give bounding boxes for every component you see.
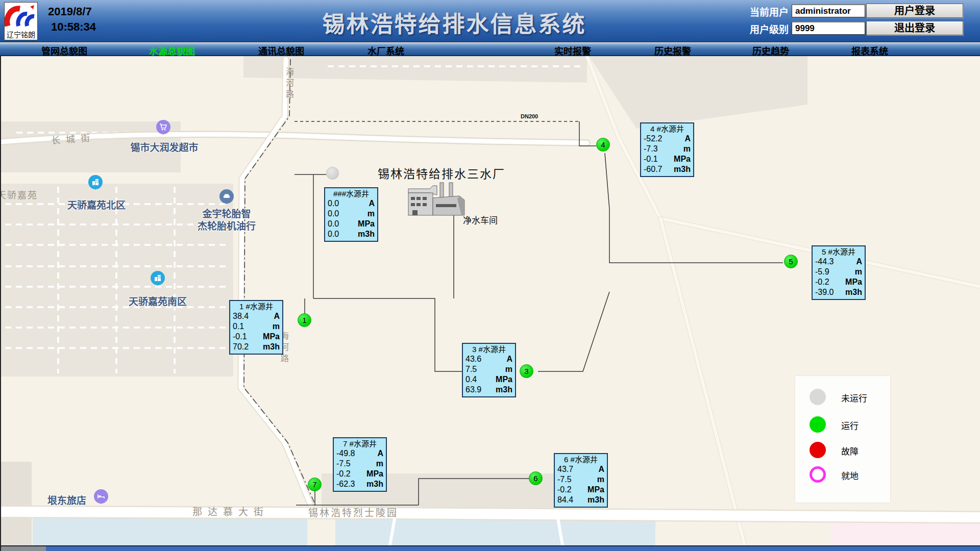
well-marker-4[interactable]: 4 (596, 138, 610, 152)
well-value: -0.2 (815, 277, 829, 287)
well-value: 0.0 (328, 229, 339, 239)
tab-history-trend[interactable]: 历史趋势 (752, 44, 789, 57)
login-button[interactable]: 用户登录 (866, 4, 963, 18)
well-unit: m (376, 459, 383, 469)
poi-label-tire-shop-line2: 杰轮胎机油行 (198, 218, 256, 232)
well-unit: A (684, 134, 691, 144)
well-unit: m3h (358, 229, 375, 239)
well-value: -7.3 (644, 144, 658, 154)
hotel-bed-icon (94, 489, 108, 504)
well-value: 63.9 (465, 385, 481, 395)
well-marker-num: 7 (312, 480, 316, 489)
well-unit: m3h (845, 287, 862, 297)
well-value: 43.6 (465, 354, 481, 364)
well-marker-7[interactable]: 7 (308, 478, 322, 491)
well-databox-4[interactable]: 4 #水源井 -52.2A -7.3m -0.1MPa -60.7m3h (640, 122, 694, 177)
well-marker-num: 1 (302, 316, 306, 324)
well-unit: m (505, 364, 512, 374)
street-label-haihe-north: 海河路 (283, 67, 295, 101)
well-databox-1[interactable]: 1 #水源井 38.4A 0.1m -0.1MPa 70.2m3h (229, 300, 283, 355)
well-unit: m3h (674, 164, 691, 174)
well-marker-3[interactable]: 3 (520, 364, 533, 378)
supermarket-cart-icon (156, 120, 170, 134)
bottom-bar (46, 546, 980, 551)
well-title: 4 #水源井 (644, 124, 691, 134)
well-unit: MPa (366, 469, 383, 479)
well-unit: m (273, 321, 280, 332)
well-marker-5[interactable]: 5 (784, 255, 798, 268)
well-value: 0.4 (465, 374, 477, 385)
logo-text: 辽宁铭朗 (5, 29, 37, 39)
well-marker-1[interactable]: 1 (298, 313, 311, 327)
well-value: 43.7 (557, 464, 573, 474)
legend-row-fault: 故障 (795, 442, 890, 459)
well-title: 6 #水源井 (557, 455, 604, 464)
legend-row-running: 运行 (795, 416, 890, 434)
well-value: -60.7 (644, 164, 662, 174)
well-value: -7.5 (557, 474, 572, 485)
header-bar: 辽宁铭朗 2019/8/7 10:58:34 锡林浩特给排水信息系统 当前用户 … (0, 0, 980, 42)
well-databox-3[interactable]: 3 #水源井 43.6A 7.5m 0.4MPa 63.9m3h (462, 343, 516, 397)
logout-button[interactable]: 退出登录 (866, 21, 963, 35)
tab-pipe-network-overview[interactable]: 管网总貌图 (41, 44, 87, 57)
well-value: -39.0 (815, 287, 834, 297)
poi-label-hotel: 垠东旅店 (47, 493, 86, 507)
well-databox-7[interactable]: 7 #水源井 -49.8A -7.5m -0.2MPa -62.3m3h (333, 437, 387, 492)
legend-row-not-running: 未运行 (795, 389, 890, 406)
well-unit: A (856, 257, 862, 267)
well-unit: m3h (263, 342, 280, 352)
well-value: -49.8 (336, 448, 355, 459)
user-level-input[interactable] (792, 21, 865, 35)
poi-label-tire-shop-line1: 金宇轮胎智 (202, 206, 251, 220)
well-marker-num: 5 (789, 257, 793, 266)
well-databox-5[interactable]: 5 #水源井 -44.3A -5.9m -0.2MPa -39.0m3h (812, 245, 866, 300)
well-unit: m (368, 209, 375, 219)
legend-not-running-icon (810, 389, 826, 405)
legend-row-local: 就地 (795, 466, 890, 484)
plant-name: 锡林浩特给排水三水厂 (378, 164, 505, 182)
tab-report-system[interactable]: 报表系统 (851, 44, 888, 57)
well-marker-6[interactable]: 6 (529, 471, 543, 485)
tab-realtime-alarm[interactable]: 实时报警 (554, 44, 591, 57)
poi-label-south-district: 天骄嘉苑南区 (129, 294, 187, 308)
poi-label-supermarket: 锡市大润发超市 (130, 140, 198, 154)
well-databox-6[interactable]: 6 #水源井 43.7A -7.5m -0.2MPa 84.4m3h (554, 453, 608, 508)
well-unit: A (506, 354, 512, 364)
tab-water-source-overview[interactable]: 水源总貌图 (149, 44, 195, 57)
logo-arcs-icon (5, 3, 37, 32)
well-unit: MPa (674, 154, 691, 164)
well-marker-plant[interactable] (326, 167, 339, 180)
workshop-label: 净水车间 (463, 213, 498, 226)
tab-communication-overview[interactable]: 通讯总貌图 (258, 44, 304, 57)
bottom-corner (1, 546, 46, 551)
user-level-label: 用户级别 (743, 22, 789, 36)
well-marker-num: 4 (601, 140, 605, 149)
well-value: 70.2 (233, 342, 249, 352)
tire-shop-car-icon (219, 189, 234, 204)
south-district-building-icon (151, 271, 165, 285)
well-value: -0.1 (644, 154, 658, 164)
well-unit: A (598, 464, 604, 474)
tab-history-alarm[interactable]: 历史报警 (654, 44, 691, 57)
well-title: ###水源井 (328, 189, 375, 198)
area-label-tianjiao: 天骄嘉苑 (0, 188, 38, 201)
tab-water-plant-system[interactable]: 水厂系统 (368, 44, 404, 57)
well-value: -7.5 (336, 459, 351, 469)
well-value: -0.2 (557, 485, 572, 495)
legend-label: 就地 (841, 469, 859, 482)
well-title: 7 #水源井 (336, 439, 383, 448)
well-title: 3 #水源井 (465, 344, 512, 354)
water-source-map: 长城街 海河路 海河路 那达慕大街 锡林浩特烈士陵园 天骄嘉苑 锡市大润发超市 … (0, 56, 980, 551)
current-user-input[interactable] (792, 4, 865, 17)
date-text: 2019/8/7 (48, 4, 96, 19)
time-text: 10:58:34 (48, 19, 96, 35)
well-unit: MPa (358, 219, 375, 229)
legend-label: 未运行 (841, 391, 867, 404)
well-unit: A (274, 311, 280, 321)
legend-fault-icon (810, 442, 826, 458)
datetime: 2019/8/7 10:58:34 (48, 4, 96, 35)
well-value: 84.4 (557, 495, 573, 505)
well-value: 0.0 (328, 198, 339, 209)
well-databox-plant[interactable]: ###水源井 0.0A 0.0m 0.0MPa 0.0m3h (324, 187, 378, 242)
well-title: 1 #水源井 (233, 302, 280, 311)
